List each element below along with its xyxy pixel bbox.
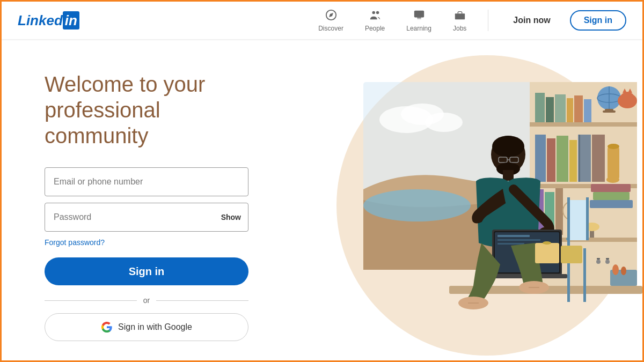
svg-rect-83 — [606, 258, 609, 260]
svg-point-2 — [372, 11, 375, 14]
or-line-left — [45, 300, 137, 301]
forgot-password-link[interactable]: Forgot password? — [45, 238, 270, 247]
svg-point-78 — [543, 241, 551, 245]
welcome-title: Welcome to your professional community — [45, 71, 259, 149]
svg-rect-22 — [574, 95, 583, 122]
hero-illustration — [299, 39, 642, 362]
nav-discover[interactable]: Discover — [313, 6, 349, 35]
svg-rect-84 — [590, 200, 633, 208]
form-section: Welcome to your professional community S… — [45, 66, 270, 341]
svg-rect-15 — [530, 122, 637, 127]
people-icon — [369, 9, 381, 24]
svg-rect-34 — [547, 138, 555, 182]
svg-rect-39 — [592, 135, 605, 182]
svg-rect-70 — [497, 243, 524, 245]
svg-rect-19 — [546, 97, 554, 122]
svg-rect-20 — [555, 94, 566, 122]
or-label: or — [143, 296, 150, 305]
svg-rect-23 — [584, 99, 591, 122]
svg-rect-85 — [593, 192, 630, 200]
svg-point-81 — [605, 260, 610, 264]
main-content: Welcome to your professional community S… — [2, 39, 642, 362]
sign-in-button[interactable]: Sign in — [45, 257, 248, 285]
google-sign-in-label: Sign in with Google — [118, 322, 192, 332]
svg-point-30 — [621, 92, 634, 102]
svg-rect-35 — [557, 136, 568, 182]
logo-in: in — [63, 11, 79, 29]
nav-learning[interactable]: Learning — [401, 6, 437, 35]
email-input[interactable] — [45, 167, 248, 196]
svg-rect-38 — [579, 135, 580, 182]
or-line-right — [156, 300, 248, 301]
svg-rect-21 — [567, 98, 573, 122]
svg-rect-54 — [567, 200, 589, 240]
svg-rect-33 — [535, 135, 546, 182]
join-now-button[interactable]: Join now — [504, 11, 559, 29]
svg-point-13 — [363, 189, 471, 221]
svg-point-42 — [608, 144, 619, 149]
svg-point-58 — [492, 136, 524, 157]
learning-label: Learning — [406, 25, 431, 32]
svg-point-89 — [621, 267, 626, 275]
password-wrapper: Show — [45, 203, 248, 232]
svg-rect-68 — [497, 235, 530, 237]
svg-rect-41 — [608, 146, 619, 180]
svg-rect-86 — [591, 184, 631, 192]
nav-divider — [488, 10, 488, 31]
svg-rect-55 — [567, 197, 570, 240]
password-form-group: Show — [45, 203, 270, 232]
svg-rect-45 — [555, 188, 563, 235]
header: Linkedin Discover People — [2, 2, 642, 39]
nav-jobs[interactable]: Jobs — [448, 6, 472, 35]
email-form-group — [45, 167, 270, 196]
svg-rect-18 — [535, 93, 545, 122]
svg-rect-82 — [597, 258, 600, 260]
jobs-icon — [454, 9, 466, 24]
svg-rect-4 — [414, 10, 423, 17]
svg-rect-69 — [497, 239, 540, 241]
discover-label: Discover — [318, 25, 343, 32]
logo[interactable]: Linkedin — [18, 12, 79, 29]
google-sign-in-button[interactable]: Sign in with Google — [45, 313, 248, 341]
svg-point-3 — [376, 11, 379, 14]
logo-linked: Linkedin — [18, 12, 79, 29]
svg-marker-1 — [329, 13, 333, 17]
svg-point-88 — [612, 264, 619, 275]
password-input[interactable] — [45, 203, 248, 232]
svg-rect-28 — [603, 110, 616, 113]
svg-rect-56 — [586, 197, 589, 240]
sign-in-header-button[interactable]: Sign in — [570, 10, 626, 31]
svg-point-12 — [425, 113, 463, 132]
svg-rect-63 — [503, 170, 514, 181]
svg-rect-76 — [535, 243, 559, 263]
svg-rect-77 — [561, 246, 582, 263]
svg-rect-7 — [455, 13, 464, 19]
or-divider: or — [45, 296, 248, 305]
discover-icon — [325, 9, 337, 24]
svg-rect-36 — [569, 140, 577, 182]
show-password-button[interactable]: Show — [221, 213, 241, 221]
main-nav: Discover People Learning — [313, 6, 626, 35]
people-label: People — [365, 25, 385, 32]
nav-people[interactable]: People — [360, 6, 390, 35]
svg-point-80 — [596, 260, 601, 264]
learning-icon — [413, 9, 425, 24]
svg-rect-52 — [583, 248, 586, 302]
jobs-label: Jobs — [453, 25, 466, 32]
google-icon — [101, 321, 113, 333]
